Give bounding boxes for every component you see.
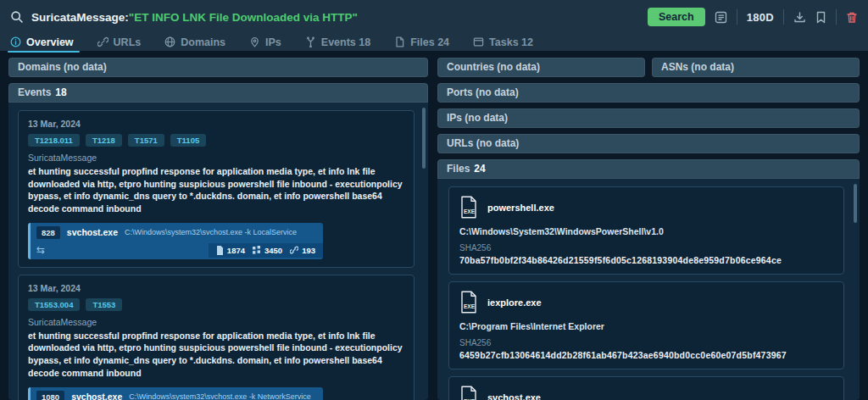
event-field-label: SuricataMessage [28, 153, 404, 163]
events-panel-header[interactable]: Events18 [8, 83, 428, 103]
window-icon [473, 36, 484, 47]
sha256-value: 6459b27cfb13064614dd2b28f61ab467b423ae69… [459, 350, 833, 360]
link-icon [97, 36, 108, 47]
event-date: 13 Mar, 2024 [28, 283, 404, 293]
process-box[interactable]: 1080 svchost.exe C:\Windows\system32\svc… [28, 387, 323, 400]
event-card[interactable]: 13 Mar, 2024 T1553.004 T1553 SuricataMes… [18, 275, 415, 400]
query-builder-icon[interactable] [715, 11, 727, 24]
search-button[interactable]: Search [648, 8, 705, 26]
tab-label: Domains [181, 36, 225, 48]
query-field-value: "ET INFO LNK File Downloaded via HTTP" [129, 11, 358, 24]
event-card[interactable]: 13 Mar, 2024 T1218.011 T1218 T1571 T1105… [18, 110, 415, 268]
tab-events[interactable]: Events 18 [305, 35, 370, 49]
process-box[interactable]: 828 svchost.exe C:\Windows\system32\svch… [28, 223, 323, 259]
exe-file-icon: EXE [459, 291, 478, 314]
tab-domains[interactable]: Domains [164, 35, 225, 49]
tab-label: Events 18 [321, 36, 370, 48]
panel-asns[interactable]: ASNs (no data) [652, 58, 860, 77]
tab-label: Tasks 12 [489, 36, 533, 48]
events-count: 18 [55, 86, 66, 98]
event-field-label: SuricataMessage [28, 317, 404, 327]
globe-icon [164, 36, 175, 47]
events-title: Events [18, 86, 51, 98]
link-count-icon [290, 246, 298, 254]
events-panel: Events18 13 Mar, 2024 T1218.011 T1218 T1… [8, 83, 428, 400]
divider [737, 9, 737, 25]
file-card[interactable]: EXE powershell.exe C:\Windows\System32\W… [448, 186, 844, 275]
main-content: Domains (no data) Events18 13 Mar, 2024 … [0, 51, 868, 400]
process-counters: 1874 3450 193 [209, 243, 323, 258]
process-name: svchost.exe [67, 227, 118, 237]
mitre-tag[interactable]: T1553 [86, 298, 122, 311]
tab-ips[interactable]: IPs [249, 35, 281, 49]
event-date: 13 Mar, 2024 [28, 119, 404, 129]
files-title: Files [447, 163, 470, 175]
exe-file-icon: EXE [459, 196, 478, 219]
files-count: 24 [474, 163, 485, 175]
connections-counter[interactable]: 193 [290, 246, 315, 255]
exe-file-icon: EXE [459, 386, 478, 400]
hash-label: SHA256 [459, 243, 833, 253]
tab-label: Overview [26, 36, 74, 48]
file-name: iexplore.exe [487, 297, 542, 308]
tab-bar: Overview URLs Domains IPs Events 18 File… [10, 35, 858, 51]
process-arrows-icon: ⇆ [36, 245, 45, 255]
panel-countries[interactable]: Countries (no data) [437, 58, 645, 77]
panel-domains[interactable]: Domains (no data) [8, 58, 428, 77]
process-name: svchost.exe [71, 392, 122, 400]
files-panel-header[interactable]: Files24 [437, 159, 860, 179]
bookmark-icon[interactable] [815, 11, 826, 24]
tab-tasks[interactable]: Tasks 12 [473, 35, 533, 49]
download-icon[interactable] [793, 11, 806, 24]
delete-icon[interactable] [846, 11, 858, 24]
pin-icon [249, 36, 260, 47]
tab-label: URLs [114, 36, 142, 48]
mitre-tag[interactable]: T1218 [86, 134, 122, 147]
events-scrollbar[interactable] [422, 108, 426, 169]
files-counter[interactable]: 1874 [216, 246, 245, 255]
modules-count-icon [253, 246, 261, 254]
tab-files[interactable]: Files 24 [394, 35, 449, 49]
modules-counter[interactable]: 3450 [253, 246, 282, 255]
process-cmdline: C:\Windows\system32\svchost.exe -k Local… [125, 228, 297, 236]
panel-urls[interactable]: URLs (no data) [437, 134, 860, 153]
tab-urls[interactable]: URLs [97, 35, 142, 49]
search-controls: Search 180D [648, 8, 858, 26]
process-pid: 1080 [36, 391, 64, 400]
file-path: C:\Program Files\Internet Explorer [459, 321, 833, 331]
events-list: 13 Mar, 2024 T1218.011 T1218 T1571 T1105… [8, 103, 428, 400]
search-bar[interactable]: SuricataMessage:"ET INFO LNK File Downlo… [10, 6, 858, 28]
search-query[interactable]: SuricataMessage:"ET INFO LNK File Downlo… [31, 11, 648, 24]
top-bar: SuricataMessage:"ET INFO LNK File Downlo… [0, 0, 868, 51]
files-scrollbar[interactable] [854, 184, 857, 223]
tab-label: Files 24 [410, 36, 449, 48]
tab-overview[interactable]: Overview [10, 35, 74, 49]
file-icon [394, 36, 405, 47]
mitre-tags: T1553.004 T1553 [28, 298, 404, 311]
info-icon [10, 36, 21, 47]
process-cmdline: C:\Windows\system32\svchost.exe -k Netwo… [129, 392, 311, 400]
file-name: svchost.exe [487, 392, 541, 400]
left-column: Domains (no data) Events18 13 Mar, 2024 … [8, 58, 428, 400]
mitre-tag[interactable]: T1105 [170, 134, 206, 147]
sha256-value: 70ba57fb0bf2f34b86426d21559f5f6d05c12681… [459, 255, 833, 265]
panel-ips[interactable]: IPs (no data) [437, 108, 860, 128]
search-icon [10, 10, 24, 24]
tab-label: IPs [265, 36, 281, 48]
mitre-tag[interactable]: T1218.011 [28, 134, 80, 147]
mitre-tag[interactable]: T1553.004 [28, 298, 80, 311]
mitre-tag[interactable]: T1571 [128, 134, 164, 147]
hierarchy-icon [305, 36, 316, 47]
file-path: C:\Windows\System32\WindowsPowerShell\v1… [459, 226, 833, 236]
svg-text:EXE: EXE [464, 208, 476, 214]
panel-ports[interactable]: Ports (no data) [437, 83, 860, 103]
file-name: powershell.exe [487, 203, 554, 213]
file-card[interactable]: EXE iexplore.exe C:\Program Files\Intern… [448, 281, 844, 369]
file-card[interactable]: EXE svchost.exe C:\Windows\System32 SHA2… [448, 376, 844, 400]
event-message: et hunting successful propfind response … [28, 165, 404, 215]
hash-label: SHA256 [459, 338, 833, 347]
time-range-selector[interactable]: 180D [747, 11, 774, 24]
file-count-icon [216, 246, 224, 255]
query-field-name: SuricataMessage: [31, 11, 129, 24]
files-list: EXE powershell.exe C:\Windows\System32\W… [437, 179, 860, 400]
